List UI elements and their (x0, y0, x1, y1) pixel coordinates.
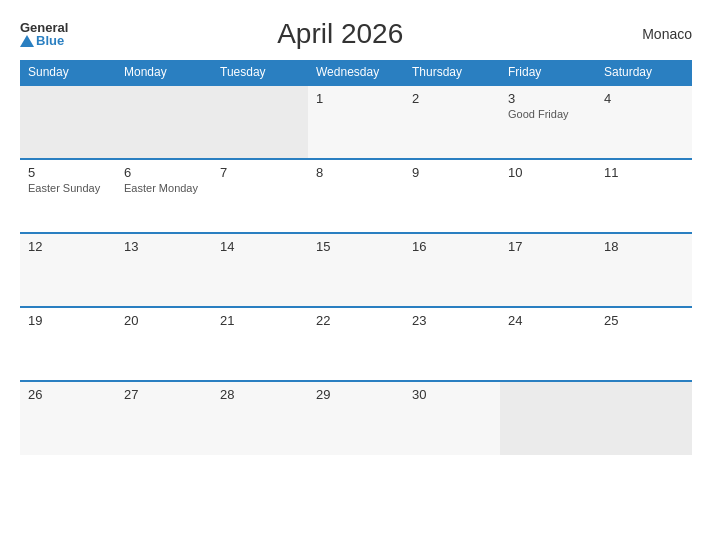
day-number: 27 (124, 387, 204, 402)
calendar-title: April 2026 (68, 18, 612, 50)
calendar-cell: 6Easter Monday (116, 159, 212, 233)
logo-triangle-icon (20, 35, 34, 47)
calendar-header-row: Sunday Monday Tuesday Wednesday Thursday… (20, 60, 692, 85)
calendar-week-row: 2627282930 (20, 381, 692, 455)
day-number: 16 (412, 239, 492, 254)
calendar-cell: 18 (596, 233, 692, 307)
col-thursday: Thursday (404, 60, 500, 85)
calendar-cell: 1 (308, 85, 404, 159)
day-number: 2 (412, 91, 492, 106)
calendar-cell: 3Good Friday (500, 85, 596, 159)
calendar-cell: 14 (212, 233, 308, 307)
calendar-page: General Blue April 2026 Monaco Sunday Mo… (0, 0, 712, 550)
day-event: Good Friday (508, 108, 588, 120)
day-number: 1 (316, 91, 396, 106)
calendar-cell: 8 (308, 159, 404, 233)
day-number: 30 (412, 387, 492, 402)
calendar-cell: 23 (404, 307, 500, 381)
calendar-cell (116, 85, 212, 159)
day-number: 18 (604, 239, 684, 254)
day-number: 3 (508, 91, 588, 106)
day-number: 20 (124, 313, 204, 328)
calendar-cell: 7 (212, 159, 308, 233)
logo: General Blue (20, 21, 68, 47)
col-friday: Friday (500, 60, 596, 85)
calendar-cell: 20 (116, 307, 212, 381)
calendar-week-row: 12131415161718 (20, 233, 692, 307)
calendar-cell: 5Easter Sunday (20, 159, 116, 233)
day-number: 9 (412, 165, 492, 180)
calendar-cell: 30 (404, 381, 500, 455)
day-number: 6 (124, 165, 204, 180)
calendar-cell: 27 (116, 381, 212, 455)
logo-blue-text: Blue (20, 34, 64, 47)
day-number: 21 (220, 313, 300, 328)
day-number: 13 (124, 239, 204, 254)
calendar-cell: 24 (500, 307, 596, 381)
day-number: 8 (316, 165, 396, 180)
col-monday: Monday (116, 60, 212, 85)
calendar-cell: 2 (404, 85, 500, 159)
day-number: 24 (508, 313, 588, 328)
calendar-cell: 16 (404, 233, 500, 307)
col-sunday: Sunday (20, 60, 116, 85)
col-saturday: Saturday (596, 60, 692, 85)
col-wednesday: Wednesday (308, 60, 404, 85)
calendar-cell (212, 85, 308, 159)
calendar-week-row: 5Easter Sunday6Easter Monday7891011 (20, 159, 692, 233)
calendar-cell: 22 (308, 307, 404, 381)
day-number: 5 (28, 165, 108, 180)
day-number: 28 (220, 387, 300, 402)
calendar-cell (500, 381, 596, 455)
calendar-cell (596, 381, 692, 455)
day-number: 12 (28, 239, 108, 254)
calendar-cell (20, 85, 116, 159)
day-number: 19 (28, 313, 108, 328)
calendar-cell: 13 (116, 233, 212, 307)
day-number: 17 (508, 239, 588, 254)
calendar-body: 123Good Friday45Easter Sunday6Easter Mon… (20, 85, 692, 455)
day-number: 26 (28, 387, 108, 402)
day-number: 29 (316, 387, 396, 402)
calendar-cell: 12 (20, 233, 116, 307)
calendar-cell: 19 (20, 307, 116, 381)
day-event: Easter Monday (124, 182, 204, 194)
day-number: 14 (220, 239, 300, 254)
calendar-week-row: 123Good Friday4 (20, 85, 692, 159)
day-number: 22 (316, 313, 396, 328)
day-number: 25 (604, 313, 684, 328)
calendar-header: Sunday Monday Tuesday Wednesday Thursday… (20, 60, 692, 85)
country-label: Monaco (612, 26, 692, 42)
col-tuesday: Tuesday (212, 60, 308, 85)
day-number: 11 (604, 165, 684, 180)
calendar-cell: 28 (212, 381, 308, 455)
calendar-cell: 9 (404, 159, 500, 233)
calendar-cell: 17 (500, 233, 596, 307)
calendar-cell: 25 (596, 307, 692, 381)
header: General Blue April 2026 Monaco (20, 18, 692, 50)
day-number: 4 (604, 91, 684, 106)
calendar-cell: 15 (308, 233, 404, 307)
calendar-cell: 29 (308, 381, 404, 455)
calendar-cell: 11 (596, 159, 692, 233)
calendar-table: Sunday Monday Tuesday Wednesday Thursday… (20, 60, 692, 455)
calendar-week-row: 19202122232425 (20, 307, 692, 381)
day-event: Easter Sunday (28, 182, 108, 194)
calendar-cell: 21 (212, 307, 308, 381)
calendar-cell: 26 (20, 381, 116, 455)
calendar-cell: 10 (500, 159, 596, 233)
day-number: 7 (220, 165, 300, 180)
day-number: 10 (508, 165, 588, 180)
day-number: 15 (316, 239, 396, 254)
day-number: 23 (412, 313, 492, 328)
calendar-cell: 4 (596, 85, 692, 159)
